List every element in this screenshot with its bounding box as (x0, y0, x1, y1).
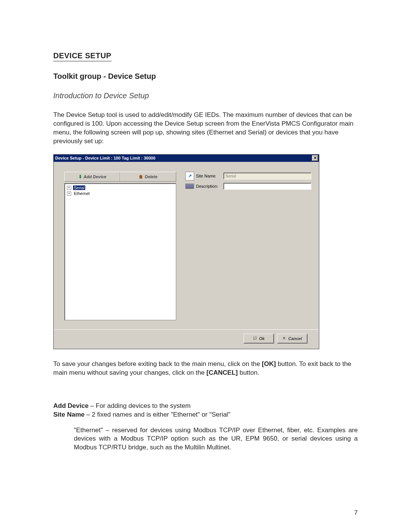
def-add-device-term: Add Device (53, 402, 89, 409)
cancel-button[interactable]: ✕ Cancel (277, 334, 307, 343)
def-site-name-term: Site Name (53, 411, 84, 418)
site-icon: ↗ (185, 172, 194, 181)
def-site-name-desc: – 2 fixed names and is either "Ethernet"… (84, 411, 230, 418)
section-heading: DEVICE SETUP (53, 51, 112, 61)
delete-label: Delete (145, 174, 157, 179)
device-tree[interactable]: + Serial + Ethernet (64, 183, 176, 320)
add-device-label: Add Device (84, 174, 107, 179)
tree-label-serial: Serial (73, 185, 85, 190)
ethernet-paragraph: "Ethernet" – reserved for devices using … (74, 426, 358, 452)
tree-label-ethernet: Ethernet (73, 191, 91, 196)
description-label: Description: (196, 184, 223, 189)
close-icon: ✕ (314, 156, 317, 160)
intro-heading: Introduction to Device Setup (53, 91, 358, 100)
def-add-device-desc: – For adding devices to the system (89, 402, 191, 409)
definitions-block: Add Device – For adding devices to the s… (53, 402, 358, 419)
sub-heading: Toolkit group - Device Setup (53, 72, 358, 81)
description-field[interactable] (223, 183, 311, 190)
delete-button[interactable]: 🗑 Delete (121, 172, 176, 181)
dialog-titlebar: Device Setup - Device Limit : 100 Tag Li… (54, 155, 319, 162)
ok-label: Ok (259, 336, 265, 341)
cancel-label: Cancel (288, 336, 302, 341)
expand-icon[interactable]: + (67, 186, 71, 190)
intro-paragraph: The Device Setup tool is used to add/edi… (53, 111, 358, 146)
close-button[interactable]: ✕ (312, 155, 318, 161)
ok-button[interactable]: ☑ Ok (244, 334, 274, 343)
after-screenshot-paragraph: To save your changes before exiting back… (53, 360, 358, 377)
dialog-title: Device Setup - Device Limit : 100 Tag Li… (55, 156, 155, 160)
site-name-label: Site Name (196, 174, 223, 178)
site-name-field (223, 173, 311, 179)
tree-item-serial[interactable]: + Serial (67, 185, 174, 191)
page-number: 7 (354, 509, 358, 517)
tree-item-ethernet[interactable]: + Ethernet (67, 191, 174, 197)
trash-icon: 🗑 (139, 174, 143, 179)
x-icon: ✕ (282, 336, 286, 341)
add-device-icon: ⬇ (78, 174, 82, 179)
device-setup-dialog: Device Setup - Device Limit : 100 Tag Li… (53, 154, 319, 349)
device-icon (185, 184, 194, 189)
toolbar: ⬇ Add Device 🗑 Delete (64, 172, 176, 182)
check-icon: ☑ (253, 336, 257, 341)
add-device-button[interactable]: ⬇ Add Device (65, 172, 120, 181)
expand-icon[interactable]: + (67, 192, 71, 196)
